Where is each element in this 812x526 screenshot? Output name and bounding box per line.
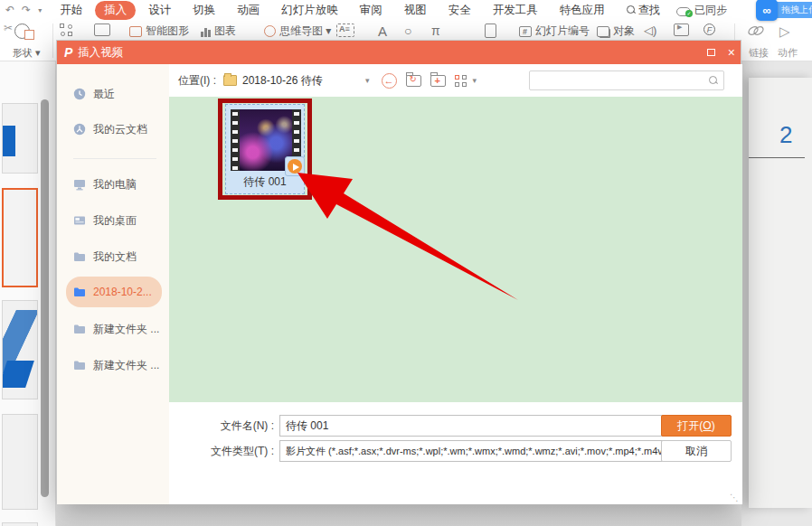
panel-scrollbar[interactable] — [41, 99, 49, 497]
slide-underline — [749, 157, 805, 158]
redo-icon[interactable]: ↷ — [22, 4, 31, 16]
open-button[interactable]: 打开(O) — [661, 415, 732, 437]
filename-combo[interactable]: 待传 001 ˅ — [279, 415, 710, 437]
dialog-footer: 文件名(N) : 待传 001 ˅ 打开(O) 文件类型(T) : 影片文件 (… — [169, 402, 742, 504]
tab-special-apps[interactable]: 特色应用 — [551, 1, 614, 20]
slide-sheet: 2 — [749, 78, 812, 508]
object-button[interactable]: 对象 — [597, 23, 635, 39]
sidebar-divider — [73, 158, 156, 159]
view-mode-caret[interactable]: ▾ — [473, 76, 477, 85]
up-folder-button[interactable] — [406, 75, 421, 87]
tab-view[interactable]: 视图 — [395, 1, 436, 20]
cloud-upload-badge[interactable]: ∞ 拖拽上传 — [756, 0, 812, 21]
sidebar-item-cloud-docs[interactable]: 我的云文档 — [66, 116, 162, 143]
header-footer-icon[interactable] — [485, 23, 496, 38]
action-icon[interactable]: ▷ — [779, 23, 790, 40]
sidebar-item-new-folder-2[interactable]: 新建文件夹 ... — [66, 352, 162, 379]
sync-status[interactable]: 已同步 — [676, 3, 727, 18]
slide-thumbnail-1[interactable] — [2, 103, 38, 174]
menu-bar: ↶ ↷ ▾ 开始 插入 设计 切换 动画 幻灯片放映 审阅 视图 安全 开发工具… — [0, 0, 812, 20]
folder-icon — [73, 359, 86, 371]
mindmap-button[interactable]: 思维导图 ▾ — [264, 23, 331, 39]
slide-number-button[interactable]: # 幻灯片编号 — [519, 23, 590, 39]
quick-access-toolbar: ↶ ↷ ▾ — [0, 4, 51, 16]
slide-number-icon: # — [519, 26, 532, 37]
table-icon[interactable] — [94, 23, 110, 36]
tab-devtools[interactable]: 开发工具 — [484, 1, 547, 20]
folder-icon-selected — [73, 286, 86, 298]
back-button[interactable]: ← — [382, 73, 397, 89]
circle-tool-icon[interactable]: ○ — [404, 23, 411, 38]
slide-thumbnail-5[interactable] — [2, 522, 38, 526]
new-folder-button[interactable] — [430, 75, 446, 87]
app-window: ↶ ↷ ▾ 开始 插入 设计 切换 动画 幻灯片放映 审阅 视图 安全 开发工具… — [0, 0, 812, 526]
filetype-combo[interactable]: 影片文件 (*.asf;*.asx;*.dvr-ms;*.wpl;*.wm;*.… — [279, 440, 710, 462]
view-mode-button[interactable] — [455, 75, 467, 87]
chart-icon — [201, 26, 211, 37]
tab-insert[interactable]: 插入 — [95, 1, 136, 20]
find-button[interactable]: 查找 — [627, 3, 660, 18]
smart-graphic-button[interactable]: 智能图形 — [129, 23, 189, 39]
shape-button[interactable]: 形状 ▾ — [13, 46, 41, 60]
search-icon — [709, 76, 718, 85]
insert-video-dialog: P 插入视频 × 最近 我的云文档 我的电脑 — [56, 40, 741, 503]
slide-thumbnail-2-selected[interactable] — [2, 188, 38, 287]
search-input[interactable] — [529, 70, 724, 90]
chart-button[interactable]: 图表 — [201, 23, 236, 39]
slide-thumbnail-4[interactable] — [2, 414, 38, 510]
textbox-icon[interactable]: A≡ — [336, 23, 354, 37]
filetype-value: 影片文件 (*.asf;*.asx;*.dvr-ms;*.wpl;*.wm;*.… — [286, 445, 710, 458]
location-folder-icon — [223, 75, 237, 86]
location-dropdown-icon[interactable]: ▾ — [365, 76, 370, 85]
sidebar-item-new-folder-1[interactable]: 新建文件夹 ... — [66, 315, 162, 343]
flash-icon[interactable]: F — [703, 23, 715, 35]
sidebar-item-recent[interactable]: 最近 — [66, 80, 162, 108]
dialog-title: 插入视频 — [78, 45, 123, 61]
resize-grip[interactable]: ⋱ — [730, 493, 739, 503]
close-button[interactable]: × — [728, 46, 735, 59]
slide-thumbnail-3[interactable] — [2, 300, 38, 399]
tab-slideshow[interactable]: 幻灯片放映 — [272, 1, 347, 20]
sidebar-item-my-documents[interactable]: 我的文档 — [66, 243, 162, 270]
maximize-button[interactable] — [707, 49, 715, 56]
wordart-icon[interactable]: A — [378, 23, 387, 39]
cloud-docs-icon — [73, 123, 86, 136]
cloud-sync-icon — [676, 5, 691, 15]
dialog-sidebar: 最近 我的云文档 我的电脑 我的桌面 我的文档 2018-10-2... — [57, 64, 169, 504]
slide-number-text: 2 — [779, 121, 792, 149]
slide-thumbnail-panel — [0, 61, 56, 526]
shape-icon — [14, 22, 34, 40]
cancel-button[interactable]: 取消 — [661, 440, 732, 462]
hyperlink-icon[interactable] — [747, 23, 765, 38]
location-value[interactable]: 2018-10-26 待传 — [242, 73, 358, 89]
audio-icon[interactable]: ◁) — [644, 23, 656, 37]
slide-canvas: 2 — [741, 61, 812, 526]
object-icon — [597, 26, 609, 37]
tab-review[interactable]: 审阅 — [351, 1, 392, 20]
tab-transition[interactable]: 切换 — [184, 1, 224, 20]
location-label: 位置(I) : — [178, 73, 216, 89]
smart-graphic-icon — [129, 26, 142, 37]
video-icon[interactable] — [674, 23, 689, 36]
tab-animation[interactable]: 动画 — [228, 1, 269, 20]
filetype-label: 文件类型(T) : — [169, 444, 279, 459]
album-icon[interactable] — [60, 23, 72, 36]
formula-icon[interactable]: π — [431, 23, 440, 38]
undo-icon[interactable]: ↶ — [5, 4, 14, 16]
search-icon — [627, 5, 636, 14]
computer-icon — [73, 178, 86, 191]
tab-home[interactable]: 开始 — [51, 1, 91, 20]
hyperlink-label: 链接 — [749, 46, 769, 60]
tab-design[interactable]: 设计 — [139, 1, 180, 20]
mindmap-icon — [264, 25, 276, 37]
file-list-area[interactable]: 待传 001 — [169, 97, 742, 402]
tab-security[interactable]: 安全 — [439, 1, 480, 20]
filename-value: 待传 001 — [286, 418, 328, 434]
customize-toolbar-icon[interactable]: ▾ — [38, 6, 42, 14]
clock-icon — [73, 88, 86, 100]
sidebar-item-my-computer[interactable]: 我的电脑 — [66, 171, 162, 198]
sidebar-item-my-desktop[interactable]: 我的桌面 — [66, 207, 162, 234]
folder-icon — [73, 323, 86, 335]
dialog-title-bar[interactable]: P 插入视频 × — [57, 41, 741, 64]
sidebar-item-current-folder[interactable]: 2018-10-2... — [66, 277, 162, 307]
